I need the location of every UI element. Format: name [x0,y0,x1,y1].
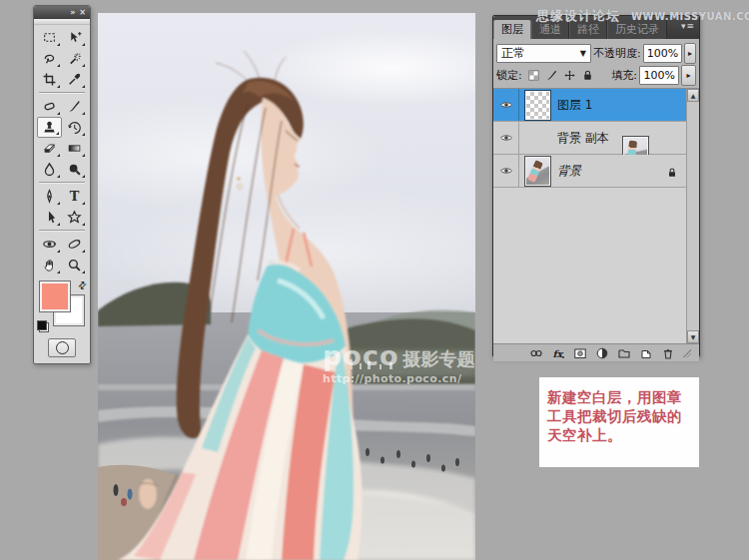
tool-separator [39,182,85,184]
tab-layers[interactable]: 图层 [493,20,531,39]
tool-healing-brush[interactable] [37,96,62,117]
tool-eraser[interactable] [37,138,62,159]
tool-type[interactable]: T [62,186,87,207]
adjustment-layer-button[interactable] [594,345,609,360]
layer-name: 背景 副本 [557,130,609,147]
history-brush-icon [67,120,82,135]
tool-pen[interactable] [37,186,62,207]
blur-icon [42,162,57,177]
layer-mask-icon [573,346,587,360]
chevron-down-icon: ▼ [580,49,586,58]
eraser-icon [42,141,57,156]
photo-watermark-url: http://photo.poco.cn/ [323,373,474,384]
tool-move[interactable] [62,27,87,48]
tool-lasso[interactable] [37,48,62,69]
tool-history-brush[interactable] [62,117,87,138]
layer-visibility-toggle[interactable] [493,89,519,121]
type-icon: T [67,189,82,204]
adjustment-layer-icon [595,346,609,360]
crop-icon [42,72,57,87]
blend-mode-select[interactable]: 正常 ▼ [496,44,591,63]
layers-list-wrap: 图层 1背景 副本背景 ▲ ▼ [493,88,699,344]
opacity-label: 不透明度: [593,46,641,61]
scroll-up-icon[interactable]: ▲ [687,89,699,102]
tutorial-note: 新建空白层，用图章工具把裁切后残缺的天空补上。 [539,377,699,467]
lock-position-icon [563,69,576,82]
layer-row-1[interactable]: 图层 1 [493,89,686,122]
lock-position-button[interactable] [562,68,577,83]
tool-rectangular-marquee[interactable] [37,27,62,48]
layer-visibility-toggle[interactable] [493,155,519,187]
tool-rotate-3d[interactable] [37,234,62,255]
panel-footer: fx [493,344,699,361]
link-layers-button[interactable] [528,345,543,360]
dodge-icon [67,162,82,177]
fill-slider-button[interactable]: ▸ [681,65,696,86]
lock-all-icon [666,167,678,179]
layer-row-3[interactable]: 背景 [493,155,686,188]
scroll-down-icon[interactable]: ▼ [687,330,699,343]
layer-name: 图层 1 [557,97,592,114]
tool-magic-wand[interactable] [62,48,87,69]
tool-zoom[interactable] [62,255,87,276]
default-colors-icon[interactable] [37,320,49,332]
layer-style-icon: fx [551,346,565,360]
lock-transparency-button[interactable] [526,68,541,83]
layer-group-button[interactable] [616,345,631,360]
photo-watermark: poco摄影专题 http://photo.poco.cn/ [323,342,474,384]
healing-brush-icon [42,99,57,114]
quick-mask-button[interactable] [48,338,76,357]
collapse-palette-button[interactable]: » [70,9,75,17]
pen-icon [42,189,57,204]
lock-all-button[interactable] [580,68,595,83]
layer-mask-button[interactable] [572,345,587,360]
lock-pixels-icon [545,69,558,82]
tool-dodge[interactable] [62,159,87,180]
tool-gradient[interactable] [62,138,87,159]
foreground-color-swatch[interactable] [40,281,70,311]
swap-colors-icon[interactable]: ⇄ [75,279,89,292]
layers-scrollbar[interactable]: ▲ ▼ [686,89,699,343]
tool-crop[interactable] [37,69,62,90]
tool-path-selection[interactable] [37,207,62,228]
lock-pixels-button[interactable] [544,68,559,83]
layer-thumbnail[interactable] [525,157,550,186]
link-layers-icon [529,346,543,360]
new-layer-icon [639,346,653,360]
fill-label: 填充: [611,68,637,83]
layer-name: 背景 [557,163,581,180]
tool-blur[interactable] [37,159,62,180]
close-palette-button[interactable]: × [79,9,86,17]
tool-separator [39,230,85,232]
quick-mask-icon [56,341,69,354]
panel-resize-grip[interactable] [683,349,691,357]
lock-transparency-icon [527,69,540,82]
delete-layer-button[interactable] [660,345,675,360]
custom-shape-icon [67,210,82,225]
color-swatches: ⇄ [34,279,90,334]
lock-label: 锁定: [496,68,522,83]
eye-icon [499,164,513,178]
fill-input[interactable]: 100% [639,66,679,85]
tool-clone-stamp[interactable] [37,117,62,138]
tool-eyedropper[interactable] [62,69,87,90]
layer-visibility-toggle[interactable] [493,122,519,154]
blend-mode-value: 正常 [501,45,525,62]
tool-brush[interactable] [62,96,87,117]
opacity-slider-button[interactable]: ▸ [684,43,696,64]
layer-row-2[interactable]: 背景 副本 [493,122,686,155]
clone-stamp-icon [42,120,57,135]
layers-panel: 图层 通道 路径 历史记录 ▾≡ 正常 ▼ 不透明度: 100% ▸ 锁定: 填… [492,15,700,357]
layer-group-icon [617,346,631,360]
layer-style-button[interactable]: fx [550,345,565,360]
eye-icon [499,131,513,145]
tools-palette-titlebar[interactable]: » × [34,6,90,19]
layer-thumbnail[interactable] [525,91,550,120]
hand-icon [42,258,57,273]
tool-hand[interactable] [37,255,62,276]
new-layer-button[interactable] [638,345,653,360]
tool-custom-shape[interactable] [62,207,87,228]
opacity-input[interactable]: 100% [643,44,682,63]
tool-orbit-3d[interactable] [62,234,87,255]
photoshop-canvas[interactable]: poco摄影专题 http://photo.poco.cn/ [98,13,475,560]
